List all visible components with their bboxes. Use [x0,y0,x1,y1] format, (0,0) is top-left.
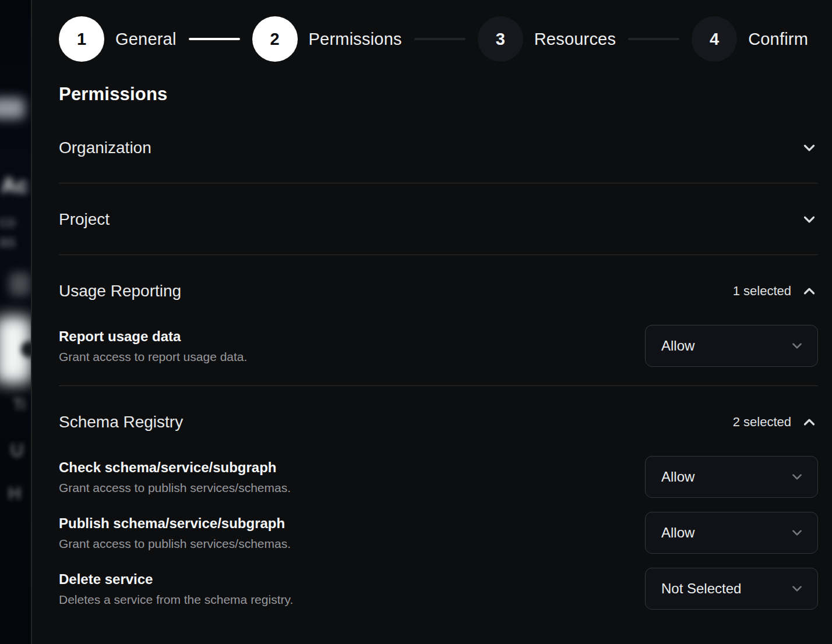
page-title: Permissions [59,84,818,105]
stepper-connector [189,38,240,40]
step-label: Permissions [309,30,402,49]
chevron-down-icon [789,525,805,540]
permission-description: Deletes a service from the schema regist… [59,593,293,607]
section-body: Report usage dataGrant access to report … [59,325,818,385]
permission-description: Grant access to publish services/schemas… [59,481,291,495]
stepper-connector [628,38,679,40]
section-header-controls: 1 selected [733,282,818,300]
permission-select-value: Allow [661,469,694,485]
permission-select[interactable]: Not Selected [645,568,818,610]
permissions-wizard-panel: 1General2Permissions3Resources4Confirm P… [32,0,832,644]
permission-texts: Check schema/service/subgraphGrant acces… [59,459,291,495]
section-header-controls: 2 selected [733,413,818,431]
blurred-text-fragment: co [0,213,16,231]
permission-select[interactable]: Allow [645,325,818,367]
section-usage-reporting: Usage Reporting1 selectedReport usage da… [59,255,818,386]
blurred-text-fragment: as [0,233,16,251]
section-header-controls [801,139,818,157]
permission-row: Delete serviceDeletes a service from the… [59,568,818,610]
step-number-circle: 1 [59,16,104,62]
permission-select[interactable]: Allow [645,512,818,554]
section-header[interactable]: Organization [59,112,818,183]
blurred-nav-item: Ti [13,396,26,414]
chevron-down-icon [789,469,805,484]
blurred-icon [9,273,30,296]
stepper-step-general[interactable]: 1General [59,16,177,62]
permission-description: Grant access to report usage data. [59,350,247,364]
chevron-up-icon [801,413,818,431]
blurred-logo [0,98,24,119]
permission-row: Report usage dataGrant access to report … [59,325,818,367]
permission-select-value: Allow [661,525,694,541]
permission-select-value: Not Selected [661,581,741,597]
section-title: Organization [59,139,151,157]
step-number-circle: 2 [252,16,298,62]
section-header[interactable]: Project [59,183,818,254]
section-schema-registry: Schema Registry2 selectedCheck schema/se… [59,386,818,628]
stepper-step-confirm[interactable]: 4Confirm [692,16,808,62]
step-number-circle: 3 [478,16,523,62]
permission-description: Grant access to publish services/schemas… [59,537,291,551]
stepper-step-permissions[interactable]: 2Permissions [252,16,402,62]
step-number-circle: 4 [692,16,737,62]
permission-name: Report usage data [59,328,247,345]
section-header[interactable]: Usage Reporting1 selected [59,255,818,316]
permission-texts: Report usage dataGrant access to report … [59,328,247,364]
step-label: Resources [534,30,616,49]
permission-row: Publish schema/service/subgraphGrant acc… [59,512,818,554]
section-header[interactable]: Schema Registry2 selected [59,386,818,447]
selected-count-badge: 2 selected [733,415,791,430]
permission-select-value: Allow [661,338,694,354]
blurred-nav-item: U [10,440,23,461]
permission-name: Publish schema/service/subgraph [59,515,291,532]
step-label: General [115,30,177,49]
stepper-connector [414,38,466,40]
section-title: Project [59,210,110,229]
step-label: Confirm [748,30,808,49]
section-title: Schema Registry [59,413,183,431]
permission-name: Delete service [59,571,293,588]
stepper-step-resources[interactable]: 3Resources [478,16,616,62]
wizard-stepper: 1General2Permissions3Resources4Confirm [59,16,818,62]
section-title: Usage Reporting [59,282,181,300]
chevron-up-icon [801,282,818,300]
selected-count-badge: 1 selected [733,284,791,299]
blurred-nav-item: H [8,483,21,504]
background-page-blurred: Ac co as Ti U H [0,0,31,644]
section-body: Check schema/service/subgraphGrant acces… [59,456,818,628]
section-organization: Organization [59,112,818,183]
chevron-down-icon [789,338,805,353]
permission-texts: Publish schema/service/subgraphGrant acc… [59,515,291,551]
permission-row: Check schema/service/subgraphGrant acces… [59,456,818,498]
permission-sections: OrganizationProjectUsage Reporting1 sele… [59,112,818,628]
blurred-heading-fragment: Ac [1,174,28,198]
chevron-down-icon [801,211,818,228]
chevron-down-icon [789,581,805,596]
permission-select[interactable]: Allow [645,456,818,498]
section-project: Project [59,183,818,255]
section-header-controls [801,211,818,228]
permission-name: Check schema/service/subgraph [59,459,291,476]
permission-texts: Delete serviceDeletes a service from the… [59,571,293,607]
chevron-down-icon [801,139,818,157]
